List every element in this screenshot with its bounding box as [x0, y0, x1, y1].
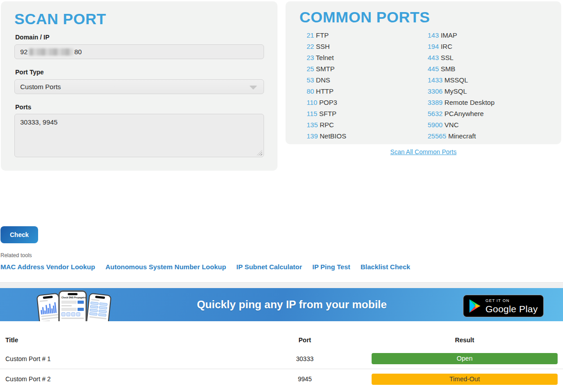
common-port-item[interactable]: 22 SSH	[307, 41, 346, 52]
port-number: 3306	[428, 87, 442, 95]
mobile-app-banner: Check DNS Propagation Quickly ping any I…	[0, 288, 563, 321]
port-number: 53	[307, 76, 314, 84]
table-row: Custom Port # 2 9945 Timed-Out	[0, 369, 563, 389]
domain-input[interactable]: 9280	[14, 44, 264, 59]
phone-mockup-app: Check DNS Propagation	[59, 291, 87, 321]
port-service-name: SSH	[316, 43, 330, 50]
port-number: 139	[307, 132, 318, 140]
domain-value-start: 92	[20, 48, 28, 56]
common-port-item[interactable]: 445 SMB	[428, 63, 494, 74]
phone-search-row	[61, 301, 84, 304]
port-service-name: POP3	[319, 99, 337, 106]
port-service-name: MySQL	[445, 87, 467, 95]
related-tool-link[interactable]: Blacklist Check	[360, 263, 410, 271]
port-number: 135	[307, 121, 318, 129]
common-port-item[interactable]: 23 Telnet	[307, 52, 346, 63]
port-service-name: PCAnywhere	[445, 110, 484, 117]
related-tool-link[interactable]: Autonomous System Number Lookup	[105, 263, 226, 271]
phone-button-row	[61, 308, 84, 311]
common-port-item[interactable]: 443 SSL	[428, 52, 494, 63]
resize-handle-icon[interactable]	[257, 150, 262, 155]
ports-value: 30333, 9945	[20, 118, 57, 126]
common-ports-title: COMMON PORTS	[299, 9, 430, 26]
decor-line	[61, 318, 84, 319]
port-service-name: RPC	[320, 121, 334, 129]
port-number: 3389	[428, 99, 442, 106]
decor-line	[61, 305, 72, 306]
result-cell: Timed-Out	[332, 374, 563, 385]
port-type-select[interactable]: Custom Ports	[14, 79, 264, 94]
port-number: 25565	[428, 132, 446, 140]
port-service-name: Minecraft	[448, 132, 476, 140]
related-tool-link[interactable]: IP Subnet Calculator	[236, 263, 302, 271]
results-header-port: Port	[278, 336, 332, 344]
domain-ip-label: Domain / IP	[15, 34, 49, 41]
port-number: 23	[307, 54, 314, 61]
port-service-name: DNS	[316, 76, 330, 84]
port-service-name: Remote Desktop	[445, 99, 495, 106]
results-rows: Custom Port # 1 30333 Open Custom Port #…	[0, 349, 563, 389]
phone-app-title: Check DNS Propagation	[60, 296, 86, 299]
common-port-item[interactable]: 53 DNS	[307, 74, 346, 86]
common-port-item[interactable]: 25565 Minecraft	[428, 130, 494, 142]
scan-all-common-ports-link[interactable]: Scan All Common Ports	[390, 148, 457, 155]
port-service-name: IMAP	[441, 31, 457, 39]
common-port-item[interactable]: 135 RPC	[307, 119, 346, 130]
common-port-item[interactable]: 21 FTP	[307, 30, 346, 41]
port-service-name: FTP	[316, 31, 329, 39]
google-play-badge[interactable]: GET IT ON Google Play	[463, 295, 544, 317]
common-ports-panel: COMMON PORTS 21 FTP 22 SSH 23 Telnet 25 …	[286, 1, 561, 144]
check-button[interactable]: Check	[0, 226, 38, 243]
common-port-item[interactable]: 194 IRC	[428, 41, 494, 52]
common-port-item[interactable]: 115 SFTP	[307, 108, 346, 119]
port-number: 194	[428, 43, 439, 50]
port-service-name: Telnet	[316, 54, 334, 61]
result-port: 9945	[278, 375, 332, 383]
common-port-item[interactable]: 3389 Remote Desktop	[428, 97, 494, 108]
results-header-result: Result	[332, 336, 563, 344]
scan-results-table: Title Port Result Custom Port # 1 30333 …	[0, 332, 563, 389]
related-tool-link[interactable]: IP Ping Test	[312, 263, 350, 271]
table-row: Custom Port # 1 30333 Open	[0, 349, 563, 369]
port-number: 443	[428, 54, 439, 61]
google-play-icon	[469, 299, 481, 313]
port-number: 80	[307, 87, 314, 95]
common-ports-right-column: 143 IMAP 194 IRC 443 SSL 445 SMB 1433 MS…	[428, 30, 494, 142]
ports-label: Ports	[15, 103, 31, 111]
common-port-item[interactable]: 3306 MySQL	[428, 86, 494, 97]
port-service-name: SMB	[441, 65, 455, 73]
google-play-text: GET IT ON Google Play	[485, 299, 538, 314]
port-number: 115	[307, 110, 317, 117]
status-badge: Open	[372, 353, 558, 364]
port-service-name: HTTP	[316, 87, 333, 95]
common-port-item[interactable]: 80 HTTP	[307, 86, 346, 97]
port-number: 5900	[428, 121, 442, 129]
common-port-item[interactable]: 5632 PCAnywhere	[428, 108, 494, 119]
common-port-item[interactable]: 139 NetBIOS	[307, 130, 346, 142]
result-port: 30333	[278, 355, 332, 362]
port-service-name: VNC	[445, 121, 459, 129]
scan-port-title: SCAN PORT	[14, 10, 106, 28]
common-port-item[interactable]: 1433 MSSQL	[428, 74, 494, 86]
port-number: 1433	[428, 76, 442, 84]
results-header-row: Title Port Result	[0, 332, 563, 349]
port-service-name: NetBIOS	[320, 132, 346, 140]
common-port-item[interactable]: 110 POP3	[307, 97, 346, 108]
common-port-item[interactable]: 25 SMTP	[307, 63, 346, 74]
result-cell: Open	[332, 353, 563, 364]
phone-notch	[68, 293, 78, 295]
port-number: 5632	[428, 110, 442, 117]
section-divider-band	[0, 282, 563, 288]
chevron-down-icon	[249, 86, 257, 90]
ports-textarea[interactable]: 30333, 9945	[14, 114, 264, 157]
related-tool-link[interactable]: MAC Address Vendor Lookup	[0, 263, 95, 271]
common-ports-left-column: 21 FTP 22 SSH 23 Telnet 25 SMTP 53 DNS 8…	[307, 30, 346, 142]
port-type-label: Port Type	[15, 69, 44, 76]
port-service-name: SFTP	[319, 110, 336, 117]
port-number: 25	[307, 65, 314, 73]
results-header-title: Title	[0, 336, 278, 344]
scan-all-wrapper: Scan All Common Ports	[286, 148, 561, 155]
common-port-item[interactable]: 143 IMAP	[428, 30, 494, 41]
port-number: 110	[307, 99, 317, 106]
common-port-item[interactable]: 5900 VNC	[428, 119, 494, 130]
